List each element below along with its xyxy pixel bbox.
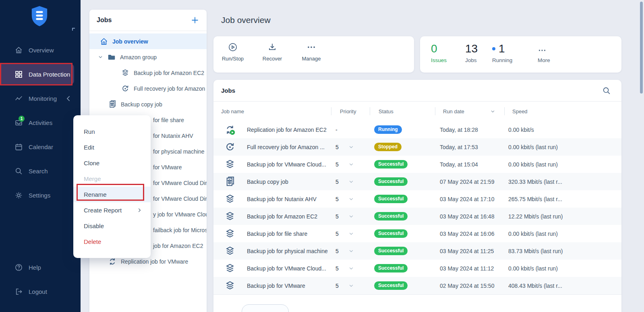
column-header-run-date[interactable]: Run date xyxy=(435,102,504,121)
table-row[interactable]: Backup job for file share5Successful03 M… xyxy=(213,225,621,242)
menu-item-run[interactable]: Run xyxy=(73,124,151,139)
menu-item-delete[interactable]: Delete xyxy=(73,234,151,250)
table-footer-button[interactable] xyxy=(242,304,289,312)
tree-item-backup-copy-job[interactable]: Backup copy job xyxy=(89,96,207,112)
cell-run-date: Today, at 17:53 xyxy=(435,144,504,150)
priority-value: 5 xyxy=(335,248,339,254)
search-icon[interactable] xyxy=(602,86,611,95)
table-row[interactable]: Backup job for Amazon EC25Successful03 M… xyxy=(213,208,621,225)
recovery-job-icon xyxy=(121,84,130,93)
column-header-priority[interactable]: Priority xyxy=(331,102,370,121)
backup-job-icon xyxy=(224,263,236,274)
priority-value: 5 xyxy=(335,179,339,185)
job-context-menu: RunEditCloneMergeRenameCreate ReportDisa… xyxy=(73,115,151,258)
job-name-text: Replication job for Amazon EC2 xyxy=(247,127,327,133)
status-badge: Successful xyxy=(374,264,408,272)
status-badge: Successful xyxy=(374,177,408,186)
cell-speed: 408.43 Mbit/s (last r... xyxy=(504,283,621,289)
action-label: Recover xyxy=(263,56,282,62)
priority-value: 5 xyxy=(335,161,339,168)
column-header-label: Speed xyxy=(512,108,528,114)
tree-item-label: for VMware Cloud Direc xyxy=(153,180,207,186)
table-row[interactable]: Backup job for physical machine5Successf… xyxy=(213,242,621,260)
chevron-down-icon[interactable] xyxy=(348,179,354,185)
menu-item-rename[interactable]: Rename xyxy=(73,187,151,202)
run-stop-button[interactable]: Run/Stop xyxy=(219,42,246,62)
sidebar-item-monitoring[interactable]: Monitoring xyxy=(0,88,74,108)
action-label: Manage xyxy=(302,56,321,62)
stat-value: 1 xyxy=(492,42,512,56)
table-column-headers: Job namePriorityStatusRun dateSpeed xyxy=(213,102,621,121)
tree-item-amazon-group[interactable]: Amazon group xyxy=(89,49,207,65)
table-row[interactable]: Replication job for Amazon EC2-RunningTo… xyxy=(213,121,621,138)
menu-item-merge: Merge xyxy=(73,171,151,187)
home-icon xyxy=(14,46,23,54)
chevron-down-icon[interactable] xyxy=(348,214,354,219)
chevron-down-icon[interactable] xyxy=(348,144,354,150)
sidebar-item-logout[interactable]: Logout xyxy=(0,281,74,302)
table-row[interactable]: Backup job for VMware Cloud...5Successfu… xyxy=(213,260,621,277)
chevron-down-icon[interactable] xyxy=(348,162,354,167)
folder-icon xyxy=(107,53,116,62)
menu-item-edit[interactable]: Edit xyxy=(73,139,151,155)
menu-item-create-report[interactable]: Create Report xyxy=(73,202,151,218)
cell-status: Successful xyxy=(370,264,435,272)
cell-job-name: Backup job for VMware Cloud... xyxy=(213,159,331,170)
replication-running-icon xyxy=(224,124,236,135)
sidebar-item-data-protection[interactable]: Data Protection xyxy=(0,64,74,84)
chevron-down-icon[interactable] xyxy=(348,231,354,237)
jobs-table-card: Jobs Job namePriorityStatusRun dateSpeed… xyxy=(213,80,621,312)
column-header-status[interactable]: Status xyxy=(370,102,435,121)
chevron-down-icon[interactable] xyxy=(348,196,354,202)
tree-item-full-recovery-job-for-amazon-e[interactable]: Full recovery job for Amazon E xyxy=(89,81,207,96)
chevron-down-icon[interactable] xyxy=(348,283,354,289)
panel-collapse-corner-icon[interactable] xyxy=(72,27,76,31)
chevron-down-icon[interactable] xyxy=(348,248,354,254)
page-title: Job overview xyxy=(221,15,271,25)
add-job-button[interactable] xyxy=(191,16,199,25)
sidebar-item-search[interactable]: Search xyxy=(0,161,74,181)
chevron-down-icon[interactable] xyxy=(490,109,495,114)
tree-item-label: for Nutanix AHV xyxy=(153,133,193,139)
vertical-scrollbar-thumb[interactable] xyxy=(640,2,643,94)
job-name-text: Backup job for file share xyxy=(247,231,307,237)
more-label: More xyxy=(538,57,550,63)
menu-item-disable[interactable]: Disable xyxy=(73,218,151,234)
chevron-left-icon[interactable] xyxy=(64,94,72,103)
column-header-speed[interactable]: Speed xyxy=(504,102,621,121)
manage-button[interactable]: Manage xyxy=(298,42,325,62)
menu-item-clone[interactable]: Clone xyxy=(73,155,151,171)
status-badge: Successful xyxy=(374,160,408,168)
chevron-down-icon[interactable] xyxy=(98,54,103,60)
cell-priority: 5 xyxy=(331,179,370,185)
status-badge: Successful xyxy=(374,247,408,255)
more-button[interactable]: More xyxy=(538,46,550,63)
table-row[interactable]: Backup job for VMware Cloud...5Successfu… xyxy=(213,156,621,173)
sidebar-item-calendar[interactable]: Calendar xyxy=(0,137,74,157)
table-row[interactable]: Backup job for VMware5Successful02 May 2… xyxy=(213,277,621,294)
menu-item-label: Merge xyxy=(84,175,101,182)
tree-item-backup-job-for-amazon-ec2[interactable]: Backup job for Amazon EC2 xyxy=(89,65,207,81)
sidebar-item-activities[interactable]: Activities1 xyxy=(0,112,74,133)
sidebar-item-label: Calendar xyxy=(29,144,53,150)
chevron-down-icon[interactable] xyxy=(348,266,354,271)
table-row[interactable]: Backup copy job5Successful07 May 2024 at… xyxy=(213,173,621,190)
table-row[interactable]: Full recovery job for Amazon ...5Stopped… xyxy=(213,138,621,156)
cell-run-date: 03 May 2024 at 16:48 xyxy=(435,213,504,220)
cell-status: Successful xyxy=(370,247,435,255)
cell-status: Stopped xyxy=(370,143,435,151)
column-header-job-name[interactable]: Job name xyxy=(213,102,331,121)
tree-item-job-overview[interactable]: Job overview xyxy=(89,33,207,49)
job-name-text: Backup job for VMware Cloud... xyxy=(247,265,326,272)
cell-speed: 0.00 kbit/s (last run) xyxy=(504,144,621,150)
recover-button[interactable]: Recover xyxy=(259,42,286,62)
cell-job-name: Replication job for Amazon EC2 xyxy=(213,124,331,135)
sidebar-item-settings[interactable]: Settings xyxy=(0,185,74,205)
status-badge: Stopped xyxy=(374,143,402,151)
table-row[interactable]: Backup job for Nutanix AHV5Successful03 … xyxy=(213,190,621,208)
sidebar-item-overview[interactable]: Overview xyxy=(0,40,74,60)
sidebar-item-help[interactable]: Help xyxy=(0,257,74,277)
tree-item-label: for physical machine xyxy=(153,148,205,155)
stat-issues: 0Issues xyxy=(431,42,447,63)
cell-speed: 12.22 Mbit/s (last run) xyxy=(504,213,621,220)
